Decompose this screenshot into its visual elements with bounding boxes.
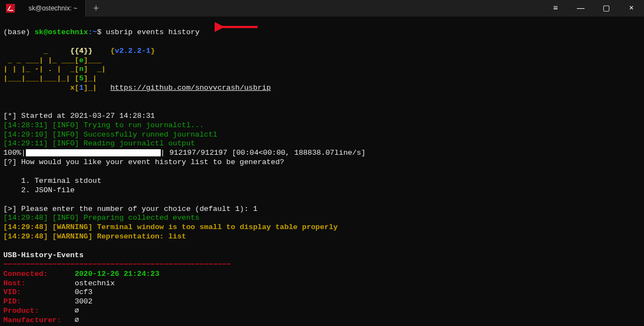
- maximize-button[interactable]: ▢: [593, 0, 619, 17]
- minimize-icon: —: [577, 3, 585, 13]
- progress-bar: [26, 149, 161, 156]
- log-tag-info: [INFO]: [48, 131, 84, 139]
- progress-right: | 912197/912197 [00:04<00:00, 188838.07l…: [161, 149, 366, 157]
- events-fields-container: Connected: 2020-12-26 21:24:23 Host: ost…: [3, 270, 160, 326]
- svg-rect-0: [6, 4, 15, 13]
- event-field-value: 0cf3: [75, 288, 92, 296]
- window-controls: ≡ — ▢ ×: [543, 0, 644, 17]
- event-field-key: Product:: [3, 307, 75, 315]
- tab-app-icon[interactable]: [0, 0, 21, 17]
- log-tag-info: [INFO]: [48, 139, 84, 148]
- ascii-art-line: |___|___|___|_| [: [3, 74, 79, 83]
- terminal-output[interactable]: (base) sk@ostechnix:~$ usbrip events his…: [0, 17, 644, 326]
- choice-line: [>] Please enter the number of your choi…: [3, 205, 258, 213]
- prompt-prefix: (base): [3, 28, 35, 36]
- event-field-key: Connected:: [3, 270, 75, 278]
- prompt-sigil: $: [97, 28, 101, 36]
- event-field-value: 2020-12-26 21:24:23: [75, 270, 160, 278]
- option-1: 1. Terminal stdout: [3, 177, 101, 185]
- progress-left: 100%|: [3, 149, 26, 157]
- log-msg: Preparing collected events: [84, 214, 200, 222]
- new-tab-button[interactable]: +: [86, 0, 107, 17]
- command-text: usbrip events history: [106, 28, 199, 36]
- log-time: [14:29:48]: [3, 223, 48, 231]
- maximize-icon: ▢: [603, 3, 610, 13]
- prompt-user-host: sk@ostechnix: [35, 28, 88, 36]
- event-field-key: Host:: [3, 279, 75, 287]
- log-tag-info: [INFO]: [48, 214, 84, 222]
- log-time: [14:28:31]: [3, 121, 48, 129]
- log-time: [14:29:48]: [3, 214, 48, 222]
- log-time: [14:29:10]: [3, 131, 48, 139]
- ascii-art-line: | | |_ -| . | _[: [3, 65, 79, 73]
- events-rule: −−−−−−−−−−−−−−−−−−−−−−−−−−−−−−−−−−−−−−−−…: [3, 260, 231, 269]
- log-time: [14:29:11]: [3, 139, 48, 148]
- event-field-key: Manufacturer:: [3, 316, 75, 324]
- ascii-art-line: _: [3, 47, 70, 55]
- minimize-button[interactable]: —: [568, 0, 593, 17]
- log-msg: Representation: list: [97, 232, 186, 241]
- tab-title: sk@ostechnix: ~: [29, 4, 78, 13]
- event-field-key: PID:: [3, 297, 75, 306]
- titlebar-drag-area[interactable]: [107, 0, 543, 17]
- start-line: [*] Started at 2021-03-27 14:28:31: [3, 112, 155, 120]
- event-field-value: ∅: [75, 307, 79, 315]
- plus-icon: +: [93, 2, 99, 15]
- event-field-value: 3002: [75, 297, 92, 306]
- window-titlebar: sk@ostechnix: ~ + ≡ — ▢ ×: [0, 0, 644, 17]
- event-field-value: ostechnix: [75, 279, 115, 287]
- option-2: 2. JSON-file: [3, 186, 75, 194]
- log-msg: Successfully runned journalctl: [84, 131, 217, 139]
- event-field-value: ∅: [75, 316, 79, 324]
- log-msg: Reading journalctl output: [84, 139, 195, 148]
- ascii-art-line: x[: [3, 84, 79, 92]
- log-msg: Terminal window is too small to display …: [97, 223, 337, 231]
- log-tag-warning: [WARNING]: [48, 232, 97, 241]
- ascii-v4: {{4}}: [70, 47, 93, 55]
- hamburger-menu-button[interactable]: ≡: [543, 0, 568, 17]
- log-tag-warning: [WARNING]: [48, 223, 97, 231]
- question-line: [?] How would you like your event histor…: [3, 158, 284, 166]
- log-msg: Trying to run journalctl...: [84, 121, 204, 129]
- version-text: v2.2.2-1: [115, 47, 151, 55]
- close-icon: ×: [629, 3, 634, 13]
- repo-link[interactable]: https://github.com/snovvcrash/usbrip: [110, 84, 271, 92]
- active-tab[interactable]: sk@ostechnix: ~: [21, 0, 86, 17]
- hamburger-icon: ≡: [553, 3, 558, 13]
- ascii-art-line: _ _ ___| |_ ___[: [3, 56, 79, 64]
- close-button[interactable]: ×: [619, 0, 644, 17]
- event-field-key: VID:: [3, 288, 75, 296]
- log-tag-info: [INFO]: [48, 121, 84, 129]
- log-time: [14:29:48]: [3, 232, 48, 241]
- tab-strip: sk@ostechnix: ~ +: [0, 0, 107, 17]
- events-heading: USB-History-Events: [3, 251, 84, 259]
- prompt-path: :~: [88, 28, 97, 36]
